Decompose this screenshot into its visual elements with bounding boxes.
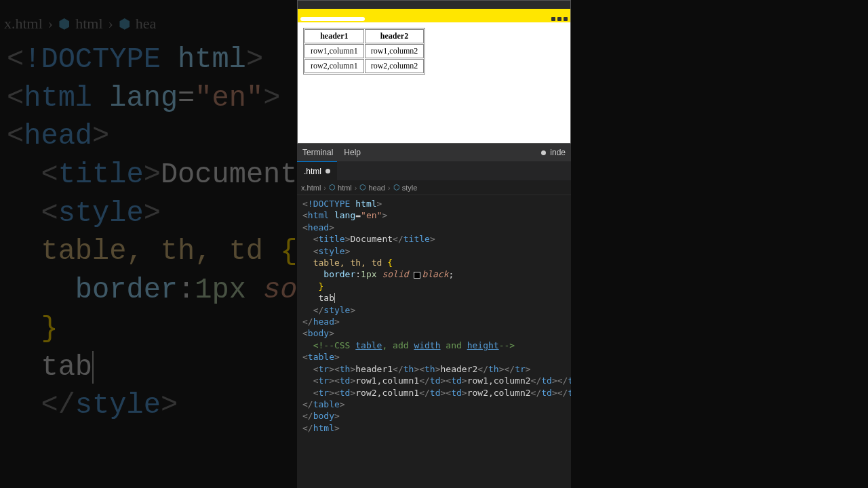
- tag-icon: ⬡: [329, 183, 336, 192]
- unsaved-indicator-icon: [541, 150, 546, 155]
- editor-menubar: Terminal Help inde: [297, 144, 571, 161]
- browser-address-bar[interactable]: [298, 16, 570, 22]
- breadcrumb-item[interactable]: ⬡html: [329, 183, 352, 192]
- table-row: header1 header2: [304, 29, 424, 43]
- table-cell: row2,column1: [304, 59, 364, 73]
- rendered-table: header1 header2 row1,column1 row1,column…: [303, 28, 425, 75]
- table-cell: row1,column1: [304, 44, 364, 58]
- tag-icon: ⬡: [359, 183, 366, 192]
- extension-icon[interactable]: [551, 17, 555, 21]
- address-field[interactable]: [300, 17, 365, 21]
- table-header: header1: [304, 29, 364, 43]
- browser-titlebar: [298, 1, 570, 9]
- menu-terminal[interactable]: Terminal: [302, 148, 333, 157]
- window-title: inde: [550, 148, 566, 157]
- extension-icon[interactable]: [557, 17, 561, 21]
- breadcrumb[interactable]: x.html› ⬡html› ⬡head› ⬡style: [297, 180, 571, 195]
- rendered-page: header1 header2 row1,column1 row1,column…: [298, 22, 570, 143]
- editor-tab[interactable]: .html: [297, 161, 337, 180]
- color-swatch-icon: [414, 272, 420, 279]
- code-text[interactable]: <!DOCTYPE html> <html lang="en"> <head> …: [302, 198, 571, 434]
- breadcrumb-item[interactable]: x.html: [301, 184, 321, 192]
- table-row: row1,column1 row1,column2: [304, 44, 424, 58]
- table-header: header2: [365, 29, 425, 43]
- table-cell: row1,column2: [365, 44, 425, 58]
- browser-toolbar-icons: [551, 17, 568, 21]
- tag-icon: ⬡: [393, 183, 400, 192]
- browser-window: header1 header2 row1,column1 row1,column…: [297, 0, 571, 144]
- text-cursor: [334, 293, 335, 303]
- menu-icon[interactable]: [564, 17, 568, 21]
- tab-dirty-icon: [326, 169, 330, 174]
- editor-tabbar: .html: [297, 161, 571, 180]
- breadcrumb-item[interactable]: ⬡style: [393, 183, 418, 192]
- tab-label: .html: [304, 167, 321, 176]
- code-editor: Terminal Help inde .html x.html› ⬡html› …: [297, 144, 571, 488]
- table-cell: row2,column2: [365, 59, 425, 73]
- browser-tab-strip[interactable]: [298, 9, 570, 16]
- menu-help[interactable]: Help: [344, 148, 361, 157]
- central-column: header1 header2 row1,column1 row1,column…: [297, 0, 571, 488]
- breadcrumb-item[interactable]: ⬡head: [359, 183, 384, 192]
- code-content[interactable]: <!DOCTYPE html> <html lang="en"> <head> …: [297, 195, 571, 488]
- table-row: row2,column1 row2,column2: [304, 59, 424, 73]
